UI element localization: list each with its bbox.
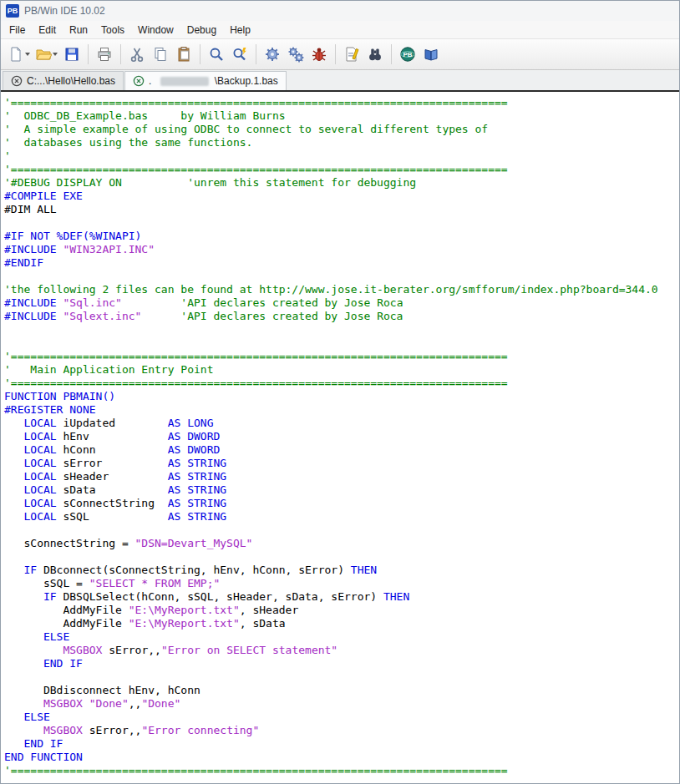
code-segment [4, 443, 23, 456]
code-segment: IF [43, 590, 57, 603]
code-line: 'the following 2 files can be found at h… [4, 283, 679, 296]
printer-icon [96, 46, 113, 63]
view-results-button[interactable] [340, 42, 363, 67]
code-editor[interactable]: '=======================================… [1, 92, 679, 783]
new-file-button[interactable] [5, 42, 33, 67]
help-button[interactable] [419, 42, 443, 67]
menu-tools[interactable]: Tools [94, 23, 131, 38]
compile-button[interactable] [261, 42, 284, 67]
open-file-button[interactable] [33, 42, 60, 67]
svg-text:PB: PB [403, 51, 412, 58]
code-segment: LOCAL [23, 443, 56, 456]
code-line: LOCAL sHeader AS STRING [4, 470, 679, 483]
code-segment [4, 417, 23, 429]
toolbar-separator [120, 44, 121, 64]
code-segment: "Sqlext.inc" [63, 310, 141, 322]
menu-edit[interactable]: Edit [32, 23, 63, 38]
app-logo-icon: PB [6, 4, 19, 18]
code-segment: AS STRING [168, 510, 226, 523]
code-segment: LOCAL [23, 497, 56, 509]
code-segment: ' ODBC_DB_Example.bas by William Burns [4, 109, 286, 122]
code-segment: hConn [57, 443, 168, 456]
copy-button[interactable] [149, 42, 172, 67]
code-segment: THEN [383, 590, 409, 603]
code-segment: #COMPILE EXE [4, 190, 83, 202]
code-line [4, 323, 679, 336]
menu-help[interactable]: Help [223, 23, 257, 38]
code-segment: "Done" [89, 697, 129, 710]
paste-button[interactable] [172, 42, 195, 67]
code-segment: "E:\MyReport.txt" [129, 604, 240, 616]
code-segment: sData [57, 483, 168, 496]
find-again-button[interactable] [228, 42, 251, 67]
code-segment: AS STRING [168, 457, 226, 469]
code-line: MSGBOX "Done",,"Done" [4, 697, 679, 711]
code-line: DBdisconnect hEnv, hConn [4, 684, 679, 697]
code-segment: sError [57, 457, 168, 469]
code-line [4, 524, 679, 537]
code-segment [122, 296, 180, 309]
find-button[interactable] [205, 42, 228, 67]
tab-close-icon[interactable] [133, 75, 145, 87]
toolbar-separator [391, 44, 392, 64]
menu-run[interactable]: Run [63, 23, 94, 38]
code-line: ' databases using the same functions. [4, 136, 679, 149]
find-in-files-button[interactable] [363, 42, 387, 67]
code-segment [4, 497, 23, 509]
menu-file[interactable]: File [3, 23, 32, 38]
copy-pages-icon [152, 46, 169, 63]
code-line: '=======================================… [4, 96, 679, 109]
tab-close-icon[interactable] [11, 75, 23, 87]
code-line: #REGISTER NONE [4, 403, 679, 417]
code-segment: '=======================================… [4, 764, 508, 776]
code-segment: 'API declares created by Jose Roca [180, 310, 403, 322]
print-button[interactable] [93, 42, 116, 67]
tab-backup-1-bas[interactable]: . \Backup.1.bas [124, 71, 287, 90]
code-segment: LOCAL [23, 510, 56, 523]
new-file-dropdown-icon [25, 53, 30, 56]
code-line: #ENDIF [4, 256, 679, 270]
code-line: ' [4, 149, 679, 163]
cut-button[interactable] [125, 42, 149, 67]
code-segment [4, 657, 43, 670]
code-segment: #INCLUDE [4, 243, 63, 255]
double-gear-icon [287, 46, 304, 63]
code-segment: sError,, [83, 724, 141, 736]
pb-globe-icon: PB [399, 46, 416, 63]
code-segment: hEnv [57, 430, 168, 443]
tab-label-suffix: \Backup.1.bas [215, 75, 278, 87]
code-segment: #INCLUDE [4, 310, 63, 322]
code-segment: '#DEBUG DISPLAY ON 'unrem this statement… [4, 176, 416, 189]
compile-debug-button[interactable] [307, 42, 331, 67]
compile-all-button[interactable] [284, 42, 307, 67]
code-segment: #DIM ALL [4, 203, 57, 215]
code-segment: THEN [351, 564, 377, 576]
ide-window: PB PB/Win IDE 10.02 File Edit Run Tools … [0, 0, 680, 784]
code-line: #INCLUDE "WIN32API.INC" [4, 243, 679, 256]
toolbar-separator [256, 44, 256, 64]
menu-window[interactable]: Window [131, 23, 180, 38]
menu-bar: File Edit Run Tools Window Debug Help [1, 21, 679, 38]
code-segment: LOCAL [23, 483, 56, 496]
code-segment: #REGISTER NONE [4, 403, 96, 416]
code-segment [4, 724, 43, 736]
code-line: LOCAL sError AS STRING [4, 457, 679, 470]
menu-debug[interactable]: Debug [180, 23, 223, 38]
magnifier-icon [208, 46, 225, 63]
code-line: LOCAL hEnv AS DWORD [4, 430, 679, 443]
code-segment: "WIN32API.INC" [63, 243, 155, 255]
tab-hello-bas[interactable]: C:...\Hello\Hello.bas [3, 71, 124, 90]
save-button[interactable] [60, 42, 84, 67]
title-bar[interactable]: PB PB/Win IDE 10.02 [1, 1, 679, 21]
code-line: LOCAL hConn AS DWORD [4, 443, 679, 457]
code-line: ' Main Application Entry Point [4, 363, 679, 377]
code-segment: sError,, [102, 644, 160, 656]
code-segment: "E:\MyReport.txt" [129, 617, 240, 630]
code-line: AddMyFile "E:\MyReport.txt", sHeader [4, 604, 679, 617]
code-line: FUNCTION PBMAIN() [4, 390, 679, 403]
powerbasic-web-button[interactable]: PB [396, 42, 419, 67]
window-title: PB/Win IDE 10.02 [24, 5, 105, 17]
gear-icon [264, 46, 281, 63]
code-segment: LOCAL [23, 430, 56, 443]
code-segment: ELSE [43, 630, 69, 643]
